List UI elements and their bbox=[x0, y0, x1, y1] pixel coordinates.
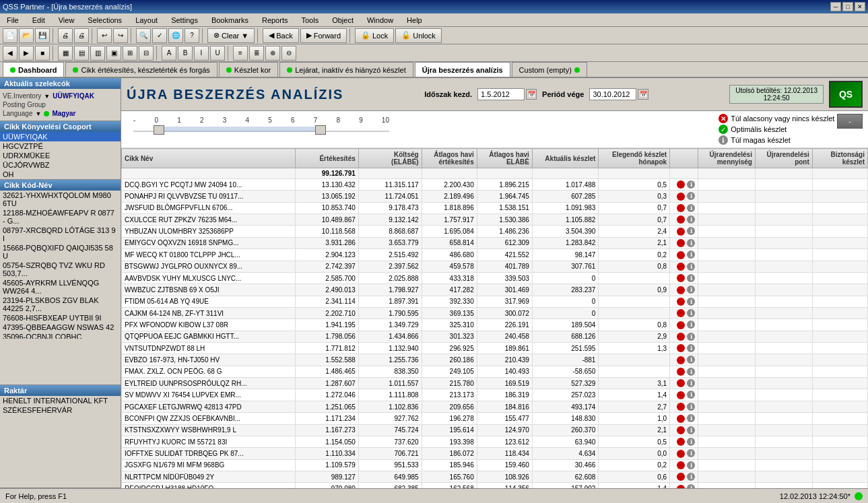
tb2-btn14[interactable]: ≡ bbox=[233, 46, 248, 61]
info-icon[interactable]: ℹ bbox=[687, 227, 695, 235]
back-button[interactable]: ◀ Back bbox=[263, 28, 298, 43]
info-icon[interactable]: ℹ bbox=[687, 449, 695, 457]
tab-cikk[interactable]: Cikk értékesítés, készletérték és forgás bbox=[65, 62, 217, 77]
forward-button[interactable]: ▶ Forward bbox=[300, 28, 347, 43]
tab-keszlet[interactable]: Készlet kor bbox=[219, 62, 278, 77]
info-icon[interactable]: ℹ bbox=[687, 274, 695, 282]
info-icon[interactable]: ℹ bbox=[687, 461, 695, 469]
menu-selections[interactable]: Selections bbox=[84, 15, 126, 26]
undo-btn[interactable]: ↩ bbox=[97, 28, 112, 43]
info-icon[interactable]: ℹ bbox=[687, 438, 695, 446]
tab-dashboard[interactable]: Dashboard bbox=[3, 62, 64, 77]
web-btn[interactable]: 🌐 bbox=[168, 28, 183, 43]
menu-window[interactable]: Window bbox=[363, 15, 397, 26]
info-icon[interactable]: ℹ bbox=[687, 484, 695, 488]
konyvelesi-item-uuwfy[interactable]: UÜWFYIQAK bbox=[0, 132, 121, 141]
cikk-item-4[interactable]: 15668-PQBQXIFD QAIQJI535 58 U bbox=[0, 243, 121, 261]
info-icon[interactable]: ℹ bbox=[687, 356, 695, 364]
new-btn[interactable]: 📄 bbox=[3, 28, 18, 43]
cikk-item-6[interactable]: 45605-AYRKRM LLVÉNQQG WW264 4... bbox=[0, 278, 121, 296]
tb2-btn10[interactable]: A bbox=[162, 46, 176, 61]
menu-help[interactable]: Help bbox=[403, 15, 426, 26]
cikk-item-3[interactable]: 08797-XRCBQRD LÓTÁGE 313 9 I bbox=[0, 226, 121, 243]
tb2-btn9[interactable]: ⊟ bbox=[139, 46, 154, 61]
info-icon[interactable]: ℹ bbox=[687, 333, 695, 341]
konyvelesi-item-oh[interactable]: OH bbox=[0, 170, 121, 179]
tb2-btn1[interactable]: ◀ bbox=[3, 46, 18, 61]
info-icon[interactable]: ℹ bbox=[687, 473, 695, 481]
help-btn[interactable]: ? bbox=[185, 28, 199, 43]
print2-btn[interactable]: 🖨 bbox=[74, 28, 89, 43]
menu-tools[interactable]: Tools bbox=[297, 15, 323, 26]
info-icon[interactable]: ℹ bbox=[687, 426, 695, 434]
tb2-btn12[interactable]: I bbox=[194, 46, 209, 61]
tab-custom[interactable]: Custom (empty) bbox=[512, 62, 587, 77]
menu-bookmarks[interactable]: Bookmarks bbox=[207, 15, 253, 26]
open-btn[interactable]: 📂 bbox=[19, 28, 34, 43]
cikk-item-9[interactable]: 47395-QBBEAAGGW NSWAS 42 bbox=[0, 323, 121, 332]
info-icon[interactable]: ℹ bbox=[687, 298, 695, 306]
info-icon[interactable]: ℹ bbox=[687, 180, 695, 189]
tb2-btn6[interactable]: ▥ bbox=[90, 46, 105, 61]
info-icon[interactable]: ℹ bbox=[687, 263, 695, 271]
tb2-btn13[interactable]: U bbox=[210, 46, 225, 61]
close-button[interactable]: ✕ bbox=[855, 2, 865, 11]
menu-reports[interactable]: Reports bbox=[258, 15, 292, 26]
cikk-item-10[interactable]: 35096-OCBNJLCOBHC ÉLLCBÓE OSO... bbox=[0, 332, 121, 339]
cikk-item-1[interactable]: 32621-YHXWHXTQOLOM M980 6TU bbox=[0, 191, 121, 208]
info-icon[interactable]: ℹ bbox=[687, 239, 695, 247]
tb2-btn3[interactable]: ■ bbox=[35, 46, 50, 61]
tb2-btn5[interactable]: ▤ bbox=[74, 46, 89, 61]
slider-handle-left[interactable] bbox=[154, 125, 164, 135]
konyvelesi-item-ucjo[interactable]: ÜCJÓRVWBZ bbox=[0, 160, 121, 170]
cikk-item-2[interactable]: 12188-MZHOÉAWFEAPV R 0877 - G... bbox=[0, 208, 121, 226]
slider-handle-right[interactable] bbox=[315, 125, 326, 135]
info-icon[interactable]: ℹ bbox=[687, 379, 695, 387]
menu-edit[interactable]: Edit bbox=[28, 15, 49, 26]
tab-lejarat[interactable]: Lejárat, inaktív és hiányzó készlet bbox=[279, 62, 413, 77]
cikk-item-5[interactable]: 05754-SZRQBQ TVZ WKU RD 503,7... bbox=[0, 261, 121, 278]
raktar-item-henelt[interactable]: HENELT INTERNATIONAL KFT bbox=[0, 396, 121, 405]
info-icon[interactable]: ℹ bbox=[687, 215, 695, 224]
tb2-btn15[interactable]: ≣ bbox=[249, 46, 264, 61]
minimize-button[interactable]: ─ bbox=[830, 2, 841, 11]
info-icon[interactable]: ℹ bbox=[687, 414, 695, 422]
info-icon[interactable]: ℹ bbox=[687, 286, 695, 294]
period-start-calendar-btn[interactable]: 📅 bbox=[526, 89, 537, 100]
redo-btn[interactable]: ↪ bbox=[113, 28, 128, 43]
menu-object[interactable]: Object bbox=[328, 15, 358, 26]
info-icon[interactable]: ℹ bbox=[687, 391, 695, 399]
period-end-input[interactable]: 30.10.2012 bbox=[589, 88, 636, 100]
info-icon[interactable]: ℹ bbox=[687, 192, 695, 200]
tb2-btn2[interactable]: ▶ bbox=[19, 46, 34, 61]
cikk-item-8[interactable]: 76608-HISFBXEAP UYTBII 9I bbox=[0, 313, 121, 323]
info-icon[interactable]: ℹ bbox=[687, 403, 695, 411]
tb2-btn17[interactable]: ⊖ bbox=[281, 46, 296, 61]
action-button[interactable]: - bbox=[837, 114, 863, 129]
save-btn[interactable]: 💾 bbox=[35, 28, 50, 43]
unlock-button[interactable]: 🔓 Unlock bbox=[395, 28, 442, 43]
slider-track[interactable] bbox=[133, 125, 389, 136]
raktar-item-szfv[interactable]: SZÉKESFEHÉRVÁR bbox=[0, 405, 121, 415]
tb2-btn11[interactable]: B bbox=[178, 46, 193, 61]
period-start-input[interactable]: 1.5.2012 bbox=[477, 88, 525, 100]
tab-ujra[interactable]: Újra beszerzés analízis bbox=[415, 62, 510, 77]
menu-settings[interactable]: Settings bbox=[167, 15, 202, 26]
period-end-calendar-btn[interactable]: 📅 bbox=[638, 89, 648, 100]
print-btn[interactable]: 🖨 bbox=[58, 28, 73, 43]
maximize-button[interactable]: □ bbox=[842, 2, 853, 11]
info-icon[interactable]: ℹ bbox=[687, 309, 695, 317]
tb2-btn7[interactable]: ▣ bbox=[106, 46, 121, 61]
cikk-item-7[interactable]: 23194-PLSKBOS ZGV BLAK 44225 2,7... bbox=[0, 296, 121, 313]
clear-button[interactable]: ⊗ Clear ▼ bbox=[207, 28, 255, 43]
menu-view[interactable]: View bbox=[55, 15, 79, 26]
info-icon[interactable]: ℹ bbox=[687, 250, 695, 259]
konyvelesi-item-udrx[interactable]: UDRXMÜKEE bbox=[0, 151, 121, 160]
menu-file[interactable]: File bbox=[3, 15, 23, 26]
info-icon[interactable]: ℹ bbox=[687, 344, 695, 352]
konyvelesi-item-hgcv[interactable]: HGCVZTPÉ bbox=[0, 141, 121, 151]
info-icon[interactable]: ℹ bbox=[687, 321, 695, 329]
check-btn[interactable]: ✓ bbox=[152, 28, 167, 43]
tb2-btn8[interactable]: ⊞ bbox=[123, 46, 137, 61]
tb2-btn4[interactable]: ▦ bbox=[58, 46, 73, 61]
